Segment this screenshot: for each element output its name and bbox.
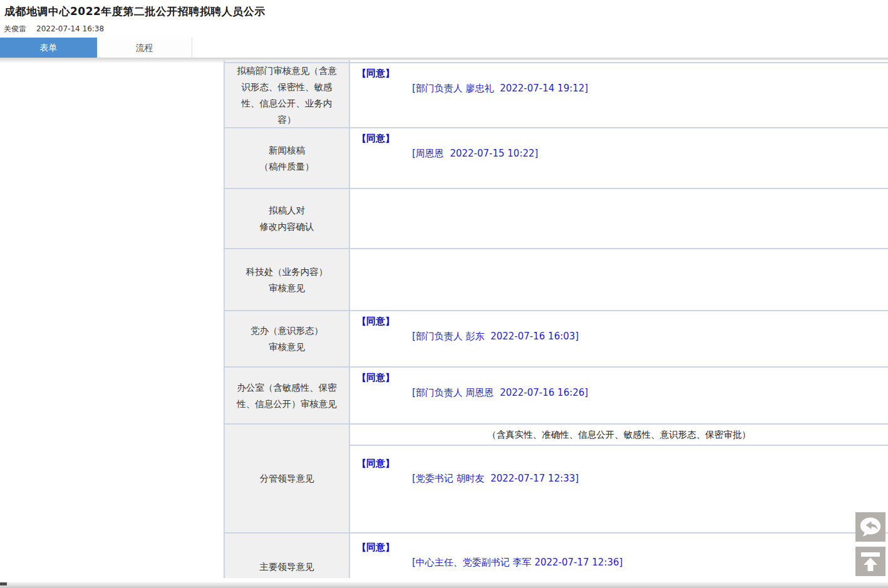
approval-row-label-cell: 党办（意识形态）审核意见 [225, 311, 350, 366]
reply-bubble-icon [855, 512, 885, 542]
approval-signer: [周恩恩 2022-07-15 10:22] [412, 148, 888, 160]
approval-row-value-cell: 【同意】 [部门负责人 廖忠礼 2022-07-14 19:12] [350, 63, 888, 127]
approval-opinion: 【同意】 [部门负责人 彭东 2022-07-16 16:03] [350, 311, 888, 343]
row-label-line: 科技处（业务内容） [246, 264, 328, 280]
back-to-top-icon [855, 547, 885, 576]
approval-decision: 【同意】 [357, 316, 888, 328]
approval-row-label-cell: 新闻核稿（稿件质量） [225, 128, 350, 188]
row-label-line: （稿件质量） [260, 158, 314, 175]
approval-table: 拟稿部门审核意见（含意识形态、保密性、敏感性、信息公开、业务内容） 【同意】 [… [224, 60, 888, 578]
byline-datetime: 2022-07-14 16:38 [36, 24, 104, 33]
horizontal-scrollbar-thumb[interactable] [0, 582, 7, 585]
approval-decision: 【同意】 [357, 372, 888, 384]
row-label-line: 性、信息公开）审核意见 [237, 396, 337, 412]
approval-row-value-cell: （含真实性、准确性、信息公开、敏感性、意识形态、保密审批） 【同意】 [党委书记… [350, 425, 888, 532]
approval-row-value-cell: 【同意】 [部门负责人 周恩恩 2022-07-16 16:26] [350, 368, 888, 423]
row-label-line: 拟稿人对 [269, 202, 305, 219]
approval-signer: [中心主任、党委副书记 李军 2022-07-17 12:36] [412, 557, 888, 569]
approval-row: 分管领导意见 （含真实性、准确性、信息公开、敏感性、意识形态、保密审批） 【同意… [225, 425, 888, 534]
row-label-line: 审核意见 [269, 280, 305, 296]
row-label-line: 拟稿部门审核意见（含意 [237, 63, 337, 79]
row-label-line: 分管领导意见 [260, 470, 314, 487]
approval-row-value-cell: 【同意】 [部门负责人 彭东 2022-07-16 16:03] [350, 311, 888, 366]
approval-decision: 【同意】 [357, 68, 888, 80]
row-label-line: 容） [278, 111, 296, 128]
row-label-line: 党办（意识形态） [250, 322, 323, 339]
approval-opinion: 【同意】 [周恩恩 2022-07-15 10:22] [350, 128, 888, 160]
tab-form[interactable]: 表单 [0, 38, 97, 58]
horizontal-scrollbar-track[interactable] [0, 582, 888, 588]
approval-row: 拟稿人对修改内容确认 [225, 189, 888, 249]
back-to-top-button[interactable] [855, 547, 885, 576]
approval-decision: 【同意】 [357, 458, 888, 470]
approval-row-value-cell [350, 189, 888, 248]
approval-row: 科技处（业务内容）审核意见 [225, 249, 888, 311]
row-label-line: 修改内容确认 [260, 219, 314, 235]
approval-row: 新闻核稿（稿件质量） 【同意】 [周恩恩 2022-07-15 10:22] [225, 128, 888, 189]
approval-row: 办公室（含敏感性、保密性、信息公开）审核意见 【同意】 [部门负责人 周恩恩 2… [225, 368, 888, 425]
approval-decision: 【同意】 [357, 542, 888, 554]
approval-opinion: 【同意】 [部门负责人 廖忠礼 2022-07-14 19:12] [350, 63, 888, 95]
approval-table-body: 拟稿部门审核意见（含意识形态、保密性、敏感性、信息公开、业务内容） 【同意】 [… [225, 63, 888, 578]
approval-row: 拟稿部门审核意见（含意识形态、保密性、敏感性、信息公开、业务内容） 【同意】 [… [225, 63, 888, 128]
approval-row-label-cell: 分管领导意见 [225, 425, 350, 532]
approval-opinion: 【同意】 [部门负责人 周恩恩 2022-07-16 16:26] [350, 368, 888, 399]
approval-row-value-cell [350, 249, 888, 310]
approval-decision: 【同意】 [357, 133, 888, 145]
approval-row-label-cell: 拟稿人对修改内容确认 [225, 189, 350, 248]
approval-opinion: 【同意】 [中心主任、党委副书记 李军 2022-07-17 12:36] [350, 534, 888, 569]
approval-row-label-cell: 拟稿部门审核意见（含意识形态、保密性、敏感性、信息公开、业务内容） [225, 63, 350, 127]
approval-signer: [部门负责人 彭东 2022-07-16 16:03] [412, 331, 888, 343]
tab-process[interactable]: 流程 [97, 38, 192, 58]
approval-row-label-cell: 主要领导意见 [225, 534, 350, 578]
row-label-line: 办公室（含敏感性、保密 [237, 379, 337, 396]
row-label-line: 审核意见 [269, 339, 305, 355]
byline: 关俊雷2022-07-14 16:38 [4, 24, 104, 34]
approval-row-value-cell: 【同意】 [周恩恩 2022-07-15 10:22] [350, 128, 888, 188]
row-label-line: 性、信息公开、业务内 [242, 95, 333, 111]
approval-opinion: 【同意】 [党委书记 胡时友 2022-07-17 12:33] [350, 446, 888, 485]
approval-signer: [部门负责人 周恩恩 2022-07-16 16:26] [412, 387, 888, 399]
approval-signer: [部门负责人 廖忠礼 2022-07-14 19:12] [412, 83, 888, 95]
tab-bar: 表单 流程 [0, 38, 888, 58]
approval-row-label-cell: 办公室（含敏感性、保密性、信息公开）审核意见 [225, 368, 350, 423]
table-clipped-row-value [350, 60, 888, 62]
approval-row-label-cell: 科技处（业务内容）审核意见 [225, 249, 350, 310]
row-label-line: 主要领导意见 [260, 559, 314, 575]
approval-row-value-cell: 【同意】 [中心主任、党委副书记 李军 2022-07-17 12:36] [350, 534, 888, 578]
reply-button[interactable] [855, 512, 885, 542]
approval-row: 党办（意识形态）审核意见 【同意】 [部门负责人 彭东 2022-07-16 1… [225, 311, 888, 368]
row-label-line: 新闻核稿 [269, 142, 305, 158]
approval-row: 主要领导意见 【同意】 [中心主任、党委副书记 李军 2022-07-17 12… [225, 534, 888, 578]
table-clipped-row-label [225, 60, 350, 62]
byline-author: 关俊雷 [4, 24, 26, 33]
row-label-line: 识形态、保密性、敏感 [242, 79, 333, 95]
page-title: 成都地调中心2022年度第二批公开招聘拟聘人员公示 [4, 4, 266, 19]
approval-signer: [党委书记 胡时友 2022-07-17 12:33] [412, 473, 888, 485]
approval-row-note: （含真实性、准确性、信息公开、敏感性、意识形态、保密审批） [350, 425, 888, 446]
